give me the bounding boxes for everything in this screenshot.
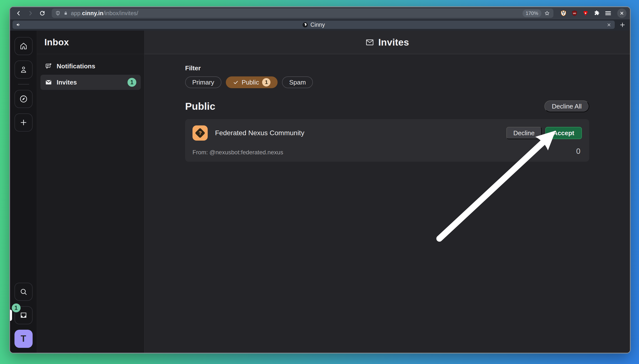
main-area: Invites Filter Primary Public 1 Spam — [144, 30, 630, 353]
plus-icon — [19, 118, 28, 127]
decline-button[interactable]: Decline — [506, 127, 542, 139]
tracking-shield-icon[interactable] — [55, 10, 61, 16]
url-text: app.cinny.in/inbox/invites/ — [71, 10, 138, 17]
invites-content: Filter Primary Public 1 Spam Publi — [144, 54, 630, 353]
inbox-icon — [19, 311, 28, 320]
direct-messages-button[interactable] — [15, 60, 33, 79]
filter-label: Filter — [185, 64, 589, 72]
user-avatar[interactable]: T — [15, 330, 33, 348]
tab-cinny[interactable]: Cinny — [13, 20, 615, 29]
check-icon — [233, 80, 239, 85]
chip-label: Spam — [289, 79, 306, 86]
invite-from: From: @nexusbot:federated.nexus — [192, 149, 283, 156]
search-icon — [19, 288, 28, 296]
home-button[interactable] — [15, 37, 33, 55]
tab-title: Cinny — [310, 22, 325, 28]
inbox-selected-indicator — [9, 310, 12, 321]
tab-bar: Cinny — [10, 19, 630, 30]
main-header: Invites — [144, 30, 630, 54]
room-avatar: ? — [192, 126, 208, 140]
bookmark-star-icon[interactable] — [544, 10, 550, 16]
sidebar-item-label: Notifications — [57, 62, 95, 70]
sidebar-item-invites[interactable]: Invites 1 — [41, 75, 141, 90]
zoom-level-badge[interactable]: 170% — [522, 10, 541, 17]
filter-chip-public[interactable]: Public 1 — [226, 76, 278, 88]
chip-label: Public — [242, 79, 259, 86]
accept-button[interactable]: Accept — [545, 127, 582, 139]
chip-count-badge: 1 — [262, 78, 270, 86]
tab-close-icon[interactable] — [607, 22, 611, 27]
room-avatar-glyph: ? — [195, 128, 205, 138]
privacy-badger-icon[interactable] — [560, 10, 567, 16]
mail-outline-icon — [365, 38, 374, 47]
filter-chip-primary[interactable]: Primary — [185, 76, 221, 88]
section-title: Public — [185, 101, 215, 112]
person-icon — [19, 66, 28, 74]
window-close-icon[interactable] — [617, 8, 626, 18]
decline-all-button[interactable]: Decline All — [544, 100, 589, 112]
reload-icon[interactable] — [37, 8, 47, 18]
chip-label: Primary — [192, 79, 214, 86]
inbox-unread-badge: 1 — [12, 304, 21, 312]
notifications-icon — [45, 62, 52, 70]
browser-toolbar: app.cinny.in/inbox/invites/ 170% UO — [10, 7, 630, 19]
forward-icon[interactable] — [25, 8, 36, 18]
filter-chip-spam[interactable]: Spam — [282, 76, 313, 88]
video-extension-icon[interactable] — [582, 10, 589, 16]
speaker-icon[interactable] — [16, 22, 21, 28]
inbox-button[interactable]: 1 — [15, 306, 33, 324]
explore-button[interactable] — [15, 90, 33, 108]
inbox-panel-header: Inbox — [37, 30, 144, 54]
new-tab-icon[interactable] — [617, 20, 627, 29]
lock-icon — [63, 11, 68, 16]
ublock-icon[interactable]: UO — [571, 10, 578, 16]
invites-count-badge: 1 — [128, 78, 136, 87]
home-icon — [19, 42, 28, 50]
invite-card: ? Federated Nexus Community Decline Acce… — [185, 119, 589, 162]
back-icon[interactable] — [14, 8, 24, 18]
inbox-panel-title: Inbox — [44, 37, 69, 48]
extension-icons: UO — [558, 10, 614, 17]
page-title: Invites — [378, 37, 409, 48]
cinny-app: 1 T Inbox Notifications Invites 1 — [10, 30, 630, 353]
compass-icon — [19, 94, 28, 103]
menu-icon[interactable] — [604, 10, 612, 17]
favicon-cinny — [302, 22, 308, 28]
url-bar[interactable]: app.cinny.in/inbox/invites/ 170% — [52, 8, 553, 18]
svg-text:UO: UO — [573, 12, 576, 14]
inbox-panel: Inbox Notifications Invites 1 — [37, 30, 144, 353]
search-button[interactable] — [15, 283, 33, 301]
create-space-button[interactable] — [15, 114, 33, 132]
filter-chips: Primary Public 1 Spam — [185, 76, 589, 88]
sidebar-item-label: Invites — [57, 79, 77, 86]
invite-member-count: 0 — [576, 147, 582, 156]
sidebar-item-notifications[interactable]: Notifications — [41, 58, 141, 74]
room-name: Federated Nexus Community — [215, 129, 304, 137]
rail-divider — [18, 84, 29, 84]
browser-window: app.cinny.in/inbox/invites/ 170% UO — [9, 6, 631, 354]
extensions-puzzle-icon[interactable] — [593, 10, 600, 16]
mail-icon — [45, 79, 52, 86]
space-rail: 1 T — [10, 30, 37, 353]
